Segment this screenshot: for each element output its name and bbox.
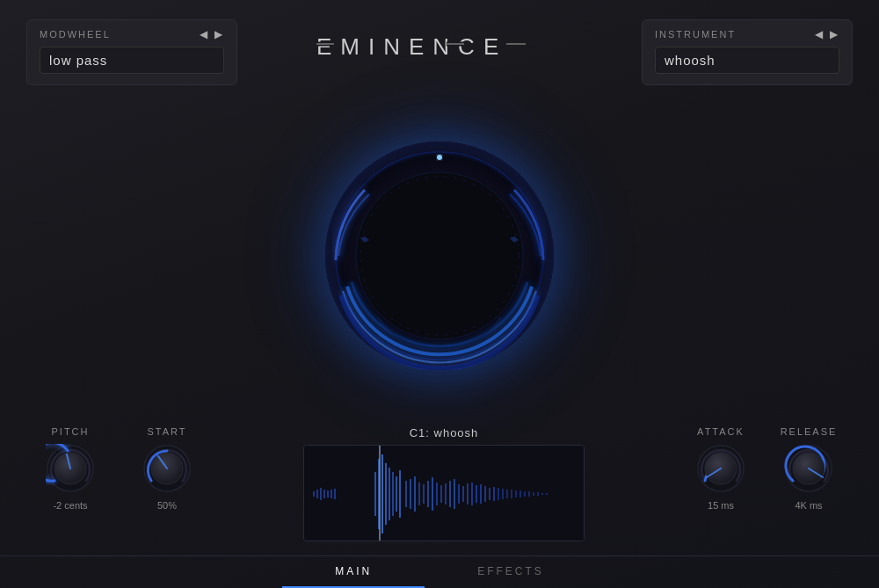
pitch-label: PITCH bbox=[52, 426, 90, 437]
release-label: RELEASE bbox=[781, 426, 838, 437]
waveform-svg bbox=[304, 446, 585, 541]
tab-effects[interactable]: EFFECTS bbox=[425, 556, 597, 588]
svg-rect-24 bbox=[323, 490, 325, 498]
instrument-prev-button[interactable]: ◀ bbox=[813, 29, 825, 40]
tab-main[interactable]: MAIN bbox=[282, 556, 425, 588]
svg-rect-38 bbox=[410, 479, 411, 509]
svg-rect-61 bbox=[511, 490, 512, 498]
waveform-display[interactable] bbox=[303, 445, 585, 541]
attack-value: 15 ms bbox=[708, 500, 734, 511]
svg-rect-30 bbox=[381, 454, 383, 534]
start-knob[interactable] bbox=[142, 444, 192, 493]
svg-rect-22 bbox=[316, 490, 318, 498]
svg-rect-47 bbox=[449, 481, 451, 507]
modwheel-value[interactable]: low pass bbox=[40, 47, 224, 74]
instrument-label: INSTRUMENT ◀ ▶ bbox=[655, 29, 839, 40]
instrument-panel: INSTRUMENT ◀ ▶ whoosh bbox=[642, 19, 853, 85]
tab-row: MAIN EFFECTS bbox=[0, 555, 879, 588]
modwheel-panel: MODWHEEL ◀ ▶ low pass bbox=[26, 19, 237, 85]
svg-rect-65 bbox=[528, 491, 530, 497]
svg-rect-48 bbox=[454, 479, 455, 509]
instrument-value[interactable]: whoosh bbox=[655, 47, 839, 74]
svg-rect-46 bbox=[445, 483, 447, 505]
svg-rect-52 bbox=[471, 483, 473, 505]
svg-rect-23 bbox=[320, 488, 322, 500]
modwheel-label: MODWHEEL ◀ ▶ bbox=[40, 29, 224, 40]
svg-rect-41 bbox=[423, 484, 425, 504]
top-row: MODWHEEL ◀ ▶ low pass EMINENCE bbox=[0, 0, 879, 85]
svg-rect-67 bbox=[537, 492, 539, 496]
svg-rect-21 bbox=[313, 491, 315, 497]
instrument-next-button[interactable]: ▶ bbox=[828, 29, 839, 40]
svg-rect-27 bbox=[334, 489, 336, 499]
svg-rect-56 bbox=[489, 488, 490, 500]
attack-group: ATTACK 15 ms bbox=[686, 426, 756, 511]
attack-label: ATTACK bbox=[697, 426, 745, 437]
svg-rect-45 bbox=[440, 485, 442, 503]
svg-rect-68 bbox=[541, 493, 543, 495]
svg-rect-39 bbox=[414, 476, 416, 512]
svg-rect-37 bbox=[405, 481, 407, 507]
svg-rect-62 bbox=[515, 490, 517, 497]
release-value: 4K ms bbox=[795, 500, 822, 511]
controls-right: ATTACK 15 ms RELEASE bbox=[686, 426, 844, 511]
modwheel-prev-button[interactable]: ◀ bbox=[198, 29, 209, 40]
svg-rect-40 bbox=[418, 483, 420, 505]
pitch-value: -2 cents bbox=[53, 500, 87, 511]
svg-rect-53 bbox=[476, 485, 477, 503]
modwheel-arrows: ◀ ▶ bbox=[198, 29, 224, 40]
svg-rect-33 bbox=[392, 472, 394, 516]
start-value: 50% bbox=[157, 500, 177, 511]
svg-rect-50 bbox=[462, 486, 464, 502]
orb-area bbox=[325, 94, 554, 417]
pitch-knob[interactable] bbox=[46, 444, 95, 493]
svg-rect-31 bbox=[385, 463, 387, 525]
release-group: RELEASE 4K ms bbox=[774, 426, 844, 511]
waveform-section: C1: whoosh bbox=[237, 426, 650, 541]
svg-rect-32 bbox=[389, 468, 390, 520]
instrument-arrows: ◀ ▶ bbox=[813, 29, 839, 40]
svg-rect-34 bbox=[396, 476, 397, 512]
svg-rect-26 bbox=[331, 490, 332, 498]
svg-rect-42 bbox=[427, 481, 429, 507]
controls-row: PITCH bbox=[0, 426, 879, 541]
svg-rect-43 bbox=[432, 477, 433, 511]
instrument-label-text: INSTRUMENT bbox=[655, 29, 736, 40]
svg-rect-63 bbox=[519, 490, 521, 497]
orb-container[interactable] bbox=[325, 142, 554, 370]
modwheel-label-text: MODWHEEL bbox=[40, 29, 111, 40]
svg-rect-58 bbox=[498, 488, 499, 500]
logo-area: EMINENCE bbox=[237, 19, 642, 69]
svg-point-8 bbox=[356, 172, 523, 339]
svg-rect-44 bbox=[436, 483, 438, 505]
main-container: MODWHEEL ◀ ▶ low pass EMINENCE bbox=[0, 0, 879, 588]
svg-rect-64 bbox=[524, 491, 526, 497]
app-logo: EMINENCE bbox=[316, 28, 563, 69]
svg-rect-25 bbox=[327, 490, 329, 497]
svg-rect-59 bbox=[502, 489, 504, 499]
waveform-label: C1: whoosh bbox=[410, 426, 479, 439]
pitch-group: PITCH bbox=[35, 426, 105, 511]
svg-text:EMINENCE: EMINENCE bbox=[316, 33, 507, 60]
modwheel-next-button[interactable]: ▶ bbox=[213, 29, 224, 40]
svg-rect-57 bbox=[493, 487, 495, 501]
svg-rect-55 bbox=[484, 486, 486, 502]
svg-rect-60 bbox=[506, 490, 508, 498]
attack-knob[interactable] bbox=[696, 444, 745, 493]
svg-rect-35 bbox=[399, 470, 401, 518]
orb-ring-svg bbox=[325, 142, 554, 370]
svg-rect-66 bbox=[533, 492, 534, 496]
controls-left: PITCH bbox=[35, 426, 202, 511]
svg-rect-49 bbox=[458, 484, 460, 504]
svg-rect-51 bbox=[467, 483, 469, 505]
svg-rect-28 bbox=[374, 472, 376, 516]
svg-point-13 bbox=[437, 155, 442, 160]
svg-rect-69 bbox=[546, 493, 548, 495]
start-label: START bbox=[147, 426, 186, 437]
start-group: START 50% bbox=[132, 426, 202, 511]
logo-svg: EMINENCE bbox=[316, 28, 563, 63]
release-knob[interactable] bbox=[784, 444, 833, 493]
svg-rect-54 bbox=[480, 484, 482, 504]
